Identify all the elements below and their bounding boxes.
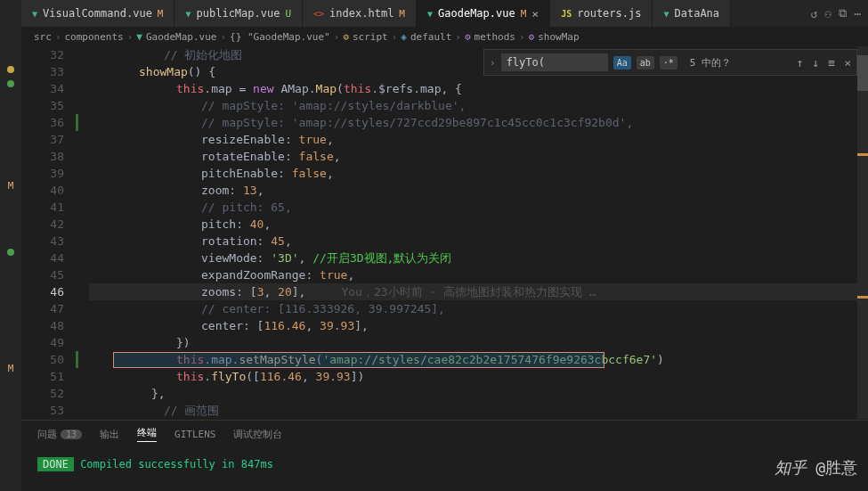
code-text: AMap. [274, 80, 316, 97]
chevron-right-icon: › [392, 31, 398, 43]
line-number: 40 [21, 182, 64, 199]
code-text: , [257, 182, 264, 199]
tabs-actions: ↺ ⚇ ⧉ ⋯ [804, 0, 868, 27]
code-text: // mapStyle: 'amap://styles/darkblue', [201, 97, 466, 114]
module-icon: ◈ [401, 31, 407, 43]
code-text: 39.93 [320, 317, 354, 334]
find-next-icon[interactable]: ↓ [813, 56, 820, 70]
code-text: , [264, 216, 271, 233]
code-content[interactable]: // 初始化地图 showMap() { this.map = new AMap… [89, 46, 868, 419]
code-text: () { [188, 63, 215, 80]
code-text: this [176, 368, 204, 385]
tab-terminal[interactable]: 终端 [137, 426, 157, 442]
tab-label: index.html [329, 7, 393, 20]
tab-status: U [285, 8, 291, 20]
match-case-button[interactable]: Aa [613, 56, 631, 70]
line-number: 48 [21, 317, 64, 334]
panel-tabs: 问题13 输出 终端 GITLENS 调试控制台 [21, 421, 868, 447]
line-number: 52 [21, 385, 64, 402]
chevron-right-icon: › [55, 31, 61, 43]
tab-status: M [158, 8, 164, 20]
line-number: 49 [21, 334, 64, 351]
code-text: ) [657, 351, 664, 368]
line-number: 47 [21, 300, 64, 317]
breadcrumb-item[interactable]: methods [475, 31, 515, 43]
code-text: . [204, 368, 211, 385]
code-text: rotation: [201, 233, 271, 250]
breadcrumb-item[interactable]: GaodeMap.vue [146, 31, 216, 43]
find-close-icon[interactable]: × [844, 56, 851, 70]
line-number: 32 [21, 46, 64, 63]
line-number: 34 [21, 80, 64, 97]
tab-index-html[interactable]: <> index.html M [303, 0, 417, 27]
scrollbar[interactable] [857, 46, 868, 419]
code-text: .map. [204, 351, 239, 368]
code-text: //开启3D视图,默认为关闭 [312, 250, 451, 266]
breadcrumb-item[interactable]: default [410, 31, 451, 43]
code-text: new [253, 80, 273, 97]
code-text: 13 [243, 182, 257, 199]
code-text: .$refs.map, { [371, 80, 462, 97]
code-text: // center: [116.333926, 39.997245], [201, 300, 445, 317]
breadcrumb-item[interactable]: {} "GaodeMap.vue" [230, 31, 330, 43]
breadcrumb-item[interactable]: script [353, 31, 388, 43]
find-result-info: 5 中的？ [690, 56, 731, 70]
code-text: zooms: [ [201, 283, 257, 300]
line-number: 46 [21, 283, 64, 300]
script-icon: ⚙ [343, 31, 349, 43]
tab-gitlens[interactable]: GITLENS [174, 426, 215, 442]
code-editor[interactable]: 32 33 34 35 36 37 38 39 40 41 42 43 44 4… [21, 46, 868, 419]
find-toggle-icon[interactable]: › [490, 57, 496, 69]
breadcrumbs[interactable]: src › components › ▼ GaodeMap.vue › {} "… [21, 27, 868, 46]
tab-gaodemap[interactable]: ▼ GaodeMap.vue M × [417, 0, 550, 27]
history-icon[interactable]: ↺ [811, 7, 818, 20]
code-text: 'amap://styles/cae82c2b2e1757476f9e9263c… [322, 351, 657, 368]
line-gutter: 32 33 34 35 36 37 38 39 40 41 42 43 44 4… [21, 46, 77, 419]
split-icon[interactable]: ⧉ [839, 6, 847, 20]
line-number: 35 [21, 97, 64, 114]
tab-dataana[interactable]: ▼ DataAna [653, 0, 731, 27]
tab-routers[interactable]: JS routers.js [550, 0, 653, 27]
activity-dot [7, 80, 14, 87]
vue-icon: ▼ [32, 9, 37, 19]
line-number: 51 [21, 368, 64, 385]
match-word-button[interactable]: ab [637, 56, 654, 70]
code-text: }, [151, 385, 166, 402]
code-text: pitch: [201, 216, 250, 233]
code-text: false [292, 165, 327, 182]
find-input[interactable] [501, 53, 608, 71]
find-prev-icon[interactable]: ↑ [797, 56, 804, 70]
line-number: 43 [21, 233, 64, 250]
code-text: // 初始化地图 [164, 46, 242, 63]
code-text: viewMode: [201, 250, 271, 266]
tab-debug-console[interactable]: 调试控制台 [233, 426, 282, 442]
code-text: zoom: [201, 182, 243, 199]
code-text: , [327, 131, 334, 148]
code-text: ]) [351, 368, 365, 385]
tab-publicmap[interactable]: ▼ publicMap.vue U [174, 0, 303, 27]
breadcrumb-item[interactable]: showMap [538, 31, 579, 43]
activity-bar: M M [0, 0, 21, 491]
tab-problems[interactable]: 问题13 [37, 426, 82, 442]
code-text: // 画范围 [164, 402, 219, 419]
chevron-right-icon: › [455, 31, 461, 43]
tab-output[interactable]: 输出 [100, 426, 119, 442]
find-selection-icon[interactable]: ≡ [828, 56, 835, 70]
breadcrumb-item[interactable]: components [65, 31, 124, 43]
breadcrumb-item[interactable]: src [34, 31, 52, 43]
tab-status: M [521, 8, 527, 20]
author-name: @胜意 [815, 457, 857, 479]
code-text: .map = [204, 80, 253, 97]
code-text: this [176, 351, 204, 368]
line-number: 45 [21, 266, 64, 283]
more-icon[interactable]: ⋯ [854, 7, 861, 20]
tab-visualcommand[interactable]: ▼ VisualCommand.vue M [21, 0, 174, 27]
code-text: this [344, 80, 371, 97]
regex-button[interactable]: ·* [660, 56, 677, 70]
watermark: 知乎 @胜意 [775, 457, 857, 479]
people-icon[interactable]: ⚇ [824, 7, 831, 20]
vue-icon: ▼ [663, 9, 669, 19]
code-text: ], [354, 317, 369, 334]
terminal-output[interactable]: DONE Compiled successfully in 847ms [21, 447, 868, 481]
close-icon[interactable]: × [531, 7, 539, 20]
